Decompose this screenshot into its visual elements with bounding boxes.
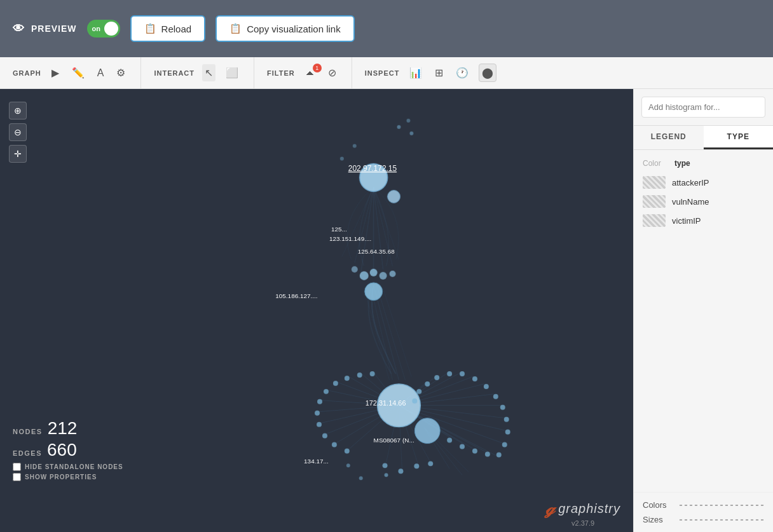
svg-text:134.17...: 134.17... [304, 458, 329, 465]
filter-label: FILTER [267, 69, 295, 77]
grid-icon[interactable]: ⊞ [432, 64, 446, 81]
play-icon[interactable]: ▶ [49, 64, 62, 81]
svg-point-64 [505, 430, 510, 435]
svg-point-83 [333, 381, 338, 386]
svg-point-79 [317, 422, 322, 427]
select-icon[interactable]: ⬜ [223, 64, 241, 81]
reload-icon: 📋 [144, 23, 156, 34]
reload-button[interactable]: 📋 Reload [130, 15, 206, 42]
top-bar: 👁 PREVIEW on 📋 Reload 📋 Copy visualizati… [0, 0, 773, 57]
svg-text:105.186.127....: 105.186.127.... [275, 292, 317, 299]
sizes-footer-line [680, 519, 764, 521]
svg-point-76 [345, 449, 350, 454]
svg-point-53 [390, 271, 396, 277]
legend-content: Color type attackerIP vulnName victimIP [634, 150, 773, 492]
svg-point-92 [359, 476, 363, 480]
svg-point-86 [370, 371, 375, 376]
svg-point-57 [414, 418, 440, 444]
graph-label: GRAPH [13, 69, 41, 77]
svg-point-81 [317, 399, 322, 404]
legend-tab[interactable]: LEGEND [634, 126, 704, 149]
eye-icon: 👁 [13, 22, 25, 36]
interact-section: INTERACT ↖ ⬜ [141, 57, 254, 88]
svg-point-93 [346, 463, 350, 467]
edges-count: 660 [47, 440, 77, 460]
copy-link-button[interactable]: 📋 Copy visualization link [215, 15, 355, 42]
show-properties-checkbox[interactable] [13, 473, 21, 481]
attacker-label: attackerIP [672, 178, 709, 188]
svg-point-78 [322, 433, 327, 439]
sizes-footer-label: Sizes [643, 515, 674, 524]
colors-footer-label: Colors [643, 500, 674, 510]
color-header: Color [643, 159, 674, 168]
attacker-swatch [643, 176, 666, 189]
svg-point-51 [370, 269, 378, 276]
legend-item-victimip: victimIP [634, 211, 773, 230]
preview-label: PREVIEW [31, 24, 77, 34]
svg-point-98 [340, 157, 344, 161]
nodes-label: NODES [13, 428, 43, 435]
svg-point-65 [504, 417, 509, 422]
svg-point-70 [460, 371, 465, 376]
preview-toggle[interactable]: on [87, 20, 120, 38]
victim-label: victimIP [672, 216, 701, 226]
nodes-stat-row: NODES 212 [13, 418, 123, 439]
toolbar-row: GRAPH ▶ ✏️ A ⚙ INTERACT ↖ ⬜ FILTER ⏶ 1 ⊘… [0, 57, 773, 89]
svg-point-74 [416, 389, 421, 394]
copy-link-label: Copy visualization link [247, 24, 341, 34]
bar-chart-icon[interactable]: 📊 [407, 64, 425, 81]
filter-badge-wrapper: ⏶ 1 [303, 67, 318, 79]
filter-count-badge: 1 [313, 64, 322, 72]
graphistry-watermark: ℊ graphistry v2.37.9 [545, 498, 620, 527]
edges-stat-row: EDGES 660 [13, 440, 123, 460]
svg-point-88 [398, 468, 403, 474]
watermark-text: graphistry [558, 501, 620, 516]
filter-section: FILTER ⏶ 1 ⊘ [254, 57, 352, 88]
svg-point-63 [502, 442, 507, 447]
svg-point-62 [496, 453, 502, 458]
hide-standalone-row: HIDE STANDALONE NODES [13, 463, 123, 471]
show-properties-label: SHOW PROPERTIES [25, 474, 97, 481]
main-area: ⊕ ⊖ ✛ [0, 89, 773, 532]
inspect-label: INSPECT [365, 69, 400, 77]
vuln-label: vulnName [672, 197, 709, 207]
svg-text:125...: 125... [331, 226, 347, 233]
svg-point-87 [383, 463, 388, 468]
svg-point-58 [447, 438, 452, 443]
text-icon[interactable]: A [95, 65, 107, 81]
clock-icon[interactable]: 🕐 [453, 64, 471, 81]
clear-filter-icon[interactable]: ⊘ [325, 64, 339, 81]
svg-point-69 [472, 376, 477, 381]
svg-point-71 [447, 371, 452, 376]
hide-standalone-checkbox[interactable] [13, 463, 21, 471]
svg-point-72 [434, 375, 439, 380]
cursor-icon[interactable]: ↖ [202, 64, 215, 81]
toggle-on-text: on [92, 25, 100, 32]
histogram-search-input[interactable] [641, 97, 765, 118]
nodes-count: 212 [48, 418, 78, 439]
svg-line-10 [364, 289, 390, 380]
svg-point-85 [357, 372, 362, 378]
colors-footer-row: Colors [643, 498, 764, 512]
graph-section: GRAPH ▶ ✏️ A ⚙ [0, 57, 141, 88]
type-tab[interactable]: TYPE [704, 126, 774, 149]
legend-tabs: LEGEND TYPE [634, 126, 773, 150]
reload-label: Reload [161, 24, 192, 34]
svg-point-96 [406, 119, 410, 123]
vuln-swatch [643, 195, 666, 208]
copy-icon: 📋 [229, 23, 242, 34]
circle-icon[interactable]: ⬤ [479, 64, 496, 82]
g-logo: ℊ [545, 498, 554, 519]
svg-text:172.31.14.66: 172.31.14.66 [366, 399, 406, 407]
svg-point-52 [380, 272, 387, 280]
settings-icon[interactable]: ⚙ [114, 64, 128, 81]
svg-text:123.151.149....: 123.151.149.... [329, 235, 371, 242]
legend-header-row: Color type [634, 156, 773, 170]
svg-line-9 [377, 285, 406, 380]
legend-item-vulnname: vulnName [634, 192, 773, 211]
show-properties-row: SHOW PROPERTIES [13, 473, 123, 481]
brush-icon[interactable]: ✏️ [69, 64, 87, 81]
svg-point-77 [332, 442, 337, 447]
graph-canvas[interactable]: ⊕ ⊖ ✛ [0, 89, 633, 532]
legend-footer: Colors Sizes [634, 492, 773, 532]
